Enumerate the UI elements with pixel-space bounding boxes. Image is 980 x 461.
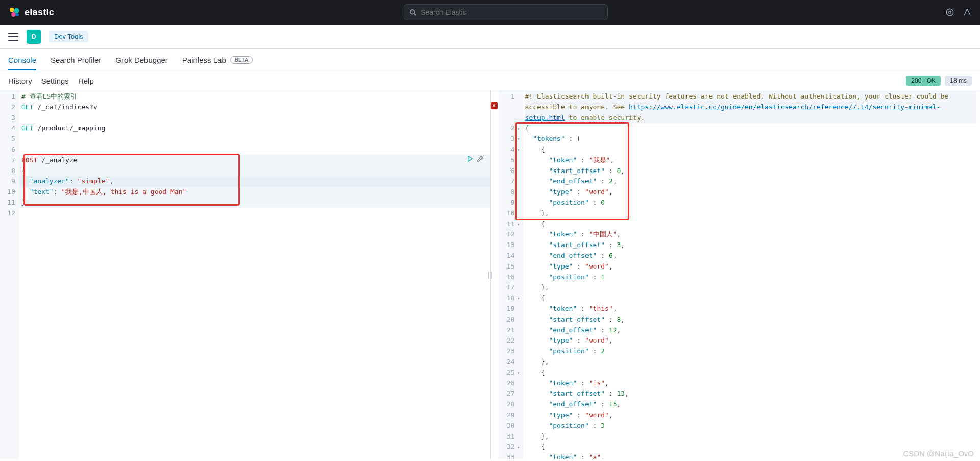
tab-grok-debugger[interactable]: Grok Debugger xyxy=(115,51,168,69)
newsfeed-icon[interactable] xyxy=(945,8,954,17)
response-code: #! Elasticsearch built-in security featu… xyxy=(523,90,981,459)
logo[interactable]: elastic xyxy=(8,6,54,18)
request-pane[interactable]: 123456789101112 # 查看ES中的索引GET /_cat/indi… xyxy=(0,90,491,459)
search-input[interactable] xyxy=(421,8,602,16)
request-code[interactable]: # 查看ES中的索引GET /_cat/indices?v GET /produ… xyxy=(19,90,490,459)
status-badge: 200 - OK xyxy=(906,76,941,86)
brand-name: elastic xyxy=(24,7,54,18)
wrench-icon[interactable] xyxy=(477,155,484,162)
svg-line-5 xyxy=(414,14,416,16)
devtools-tabs: Console Search Profiler Grok Debugger Pa… xyxy=(0,49,980,71)
search-icon xyxy=(409,9,416,16)
history-link[interactable]: History xyxy=(8,77,32,85)
global-search[interactable] xyxy=(404,4,608,20)
sub-header: D Dev Tools xyxy=(0,25,980,49)
editor-panes: || 123456789101112 # 查看ES中的索引GET /_cat/i… xyxy=(0,90,980,459)
global-header: elastic xyxy=(0,0,980,25)
space-avatar[interactable]: D xyxy=(27,30,41,44)
svg-point-2 xyxy=(11,12,16,17)
tab-search-profiler[interactable]: Search Profiler xyxy=(51,51,101,69)
elastic-logo-icon xyxy=(8,6,20,18)
response-pane[interactable]: 12▾3▾4▾567891011▾12131415161718▾19202122… xyxy=(491,90,981,459)
tab-painless-label: Painless Lab xyxy=(182,56,226,64)
tab-console[interactable]: Console xyxy=(8,51,36,70)
warning-marker-icon[interactable] xyxy=(491,102,498,109)
svg-point-4 xyxy=(410,10,415,14)
svg-point-7 xyxy=(949,11,951,14)
console-toolbar: History Settings Help 200 - OK 18 ms xyxy=(0,71,980,90)
request-actions xyxy=(467,155,484,162)
watermark: CSDN @Naijia_OvO xyxy=(903,449,974,458)
help-icon[interactable] xyxy=(963,8,972,17)
svg-point-3 xyxy=(16,13,19,16)
svg-point-6 xyxy=(946,9,953,16)
svg-point-0 xyxy=(10,8,14,12)
latency-badge: 18 ms xyxy=(945,76,972,86)
response-gutter: 12▾3▾4▾567891011▾12131415161718▾19202122… xyxy=(499,90,523,459)
nav-toggle-button[interactable] xyxy=(8,33,18,41)
run-icon[interactable] xyxy=(467,155,474,162)
breadcrumb-devtools[interactable]: Dev Tools xyxy=(49,31,88,42)
tab-painless-lab[interactable]: Painless Lab BETA xyxy=(182,51,253,69)
beta-badge: BETA xyxy=(230,56,253,64)
request-gutter: 123456789101112 xyxy=(0,90,19,459)
settings-link[interactable]: Settings xyxy=(41,77,69,85)
help-link[interactable]: Help xyxy=(78,77,94,85)
